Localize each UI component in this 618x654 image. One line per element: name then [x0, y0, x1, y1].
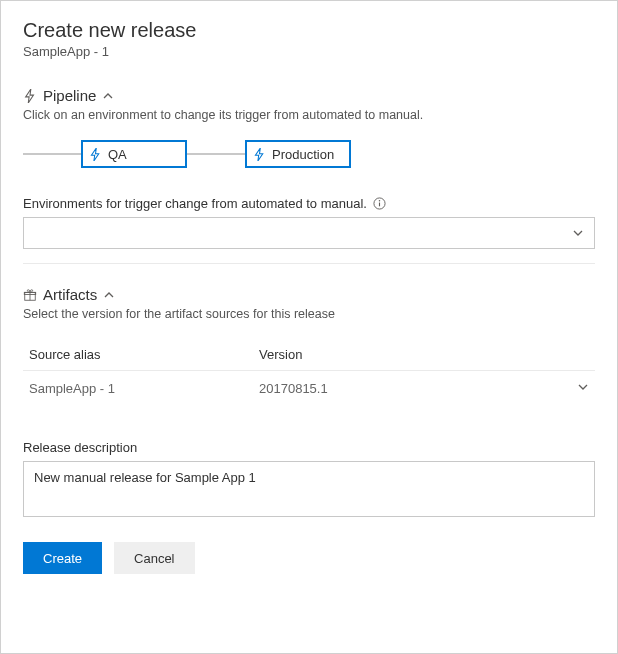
pipeline-track: QA Production	[23, 140, 595, 168]
pipeline-section-header[interactable]: Pipeline	[23, 87, 595, 104]
lightning-icon	[23, 89, 37, 103]
pipeline-label: Pipeline	[43, 87, 96, 104]
environments-dropdown[interactable]	[23, 217, 595, 249]
chevron-up-icon	[102, 90, 114, 102]
artifact-version: 20170815.1	[259, 381, 569, 396]
stage-label: QA	[108, 147, 127, 162]
artifacts-section-header[interactable]: Artifacts	[23, 286, 595, 303]
table-row[interactable]: SampleApp - 1 20170815.1	[23, 371, 595, 406]
stage-qa[interactable]: QA	[81, 140, 187, 168]
connector-line	[187, 153, 245, 155]
create-button[interactable]: Create	[23, 542, 102, 574]
artifacts-table: Source alias Version SampleApp - 1 20170…	[23, 339, 595, 406]
table-header: Source alias Version	[23, 339, 595, 371]
page-subtitle: SampleApp - 1	[23, 44, 595, 59]
gift-icon	[23, 288, 37, 302]
lightning-icon	[253, 148, 266, 161]
stage-production[interactable]: Production	[245, 140, 351, 168]
button-bar: Create Cancel	[23, 542, 595, 574]
cancel-button[interactable]: Cancel	[114, 542, 194, 574]
chevron-down-icon	[572, 227, 584, 239]
divider	[23, 263, 595, 264]
connector-line	[23, 153, 81, 155]
chevron-up-icon	[103, 289, 115, 301]
create-release-panel: Create new release SampleApp - 1 Pipelin…	[0, 0, 618, 654]
col-version: Version	[259, 347, 589, 362]
artifact-alias: SampleApp - 1	[29, 381, 259, 396]
description-label: Release description	[23, 440, 595, 455]
lightning-icon	[89, 148, 102, 161]
artifacts-description: Select the version for the artifact sour…	[23, 307, 595, 321]
pipeline-description: Click on an environment to change its tr…	[23, 108, 595, 122]
stage-label: Production	[272, 147, 334, 162]
artifacts-label: Artifacts	[43, 286, 97, 303]
col-source-alias: Source alias	[29, 347, 259, 362]
svg-point-1	[379, 200, 380, 201]
info-icon[interactable]	[373, 197, 386, 210]
release-description-input[interactable]	[23, 461, 595, 517]
svg-rect-2	[379, 203, 380, 207]
chevron-down-icon	[577, 381, 589, 393]
environments-label: Environments for trigger change from aut…	[23, 196, 595, 211]
page-title: Create new release	[23, 19, 595, 42]
